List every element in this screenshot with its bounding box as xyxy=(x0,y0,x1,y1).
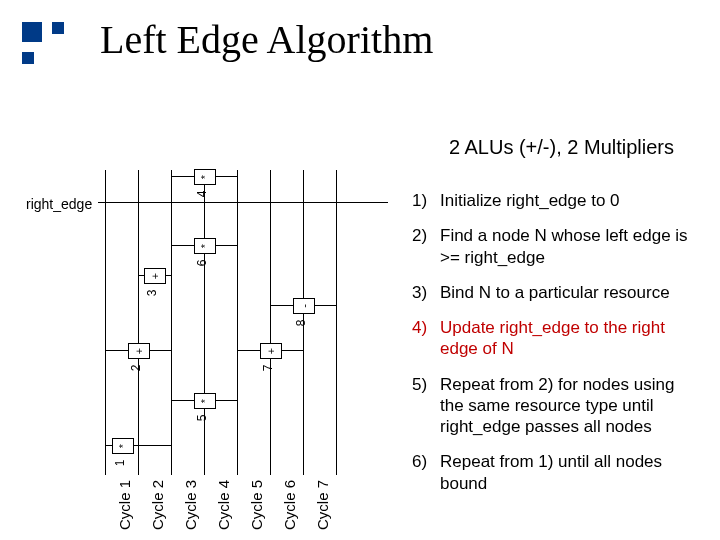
node-7-num: 7 xyxy=(261,365,275,372)
node-1: * xyxy=(112,438,134,454)
right-edge-label: right_edge xyxy=(26,196,92,212)
node-5: * xyxy=(194,393,216,409)
gridline xyxy=(237,170,238,475)
cycle-5-label: Cycle 5 xyxy=(248,480,265,530)
node-4-num: 4 xyxy=(195,191,209,198)
gridline xyxy=(171,170,172,475)
step-4: 4)Update right_edge to the right edge of… xyxy=(412,317,696,360)
node-1-num: 1 xyxy=(113,460,127,467)
gridline xyxy=(138,170,139,475)
node-2: + xyxy=(128,343,150,359)
step-3: 3)Bind N to a particular resource xyxy=(412,282,696,303)
node-8-num: 8 xyxy=(294,320,308,327)
gridline xyxy=(270,170,271,475)
node-4: * xyxy=(194,169,216,185)
cycle-7-label: Cycle 7 xyxy=(314,480,331,530)
step-5: 5)Repeat from 2) for nodes using the sam… xyxy=(412,374,696,438)
node-3: + xyxy=(144,268,166,284)
node-6-num: 6 xyxy=(195,260,209,267)
step-2: 2)Find a node N whose left edge is >= ri… xyxy=(412,225,696,268)
cycle-6-label: Cycle 6 xyxy=(281,480,298,530)
accent-square-small-right xyxy=(52,22,64,34)
right-edge-line xyxy=(98,202,388,203)
accent-square-small-bottom xyxy=(22,52,34,64)
gridline xyxy=(336,170,337,475)
cycle-4-label: Cycle 4 xyxy=(215,480,232,530)
node-3-num: 3 xyxy=(145,290,159,297)
accent-square-large xyxy=(22,22,42,42)
subtitle: 2 ALUs (+/-), 2 Multipliers xyxy=(449,136,674,159)
step-1: 1)Initialize right_edge to 0 xyxy=(412,190,696,211)
cycle-3-label: Cycle 3 xyxy=(182,480,199,530)
step-6: 6)Repeat from 1) until all nodes bound xyxy=(412,451,696,494)
gridline xyxy=(204,170,205,475)
node-5-num: 5 xyxy=(195,415,209,422)
gridline xyxy=(105,170,106,475)
cycle-1-label: Cycle 1 xyxy=(116,480,133,530)
page-title: Left Edge Algorithm xyxy=(100,16,433,63)
cycle-2-label: Cycle 2 xyxy=(149,480,166,530)
node-8: - xyxy=(293,298,315,314)
node-7: + xyxy=(260,343,282,359)
steps-list: 1)Initialize right_edge to 0 2)Find a no… xyxy=(412,190,696,508)
node-2-num: 2 xyxy=(129,365,143,372)
node-6: * xyxy=(194,238,216,254)
